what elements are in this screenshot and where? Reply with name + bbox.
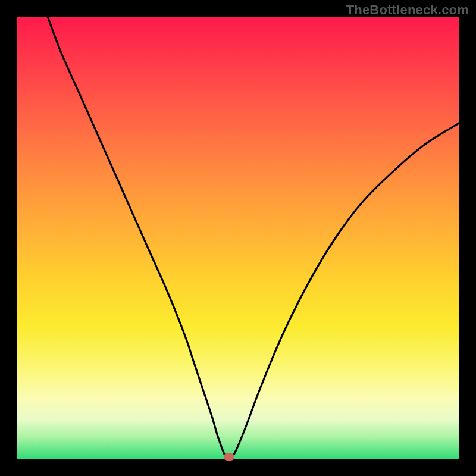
plot-frame <box>17 17 459 459</box>
watermark-label: TheBottleneck.com <box>346 2 469 18</box>
minimum-marker <box>224 453 234 461</box>
bottleneck-curve <box>17 17 459 459</box>
chart-stage: TheBottleneck.com <box>0 0 476 476</box>
